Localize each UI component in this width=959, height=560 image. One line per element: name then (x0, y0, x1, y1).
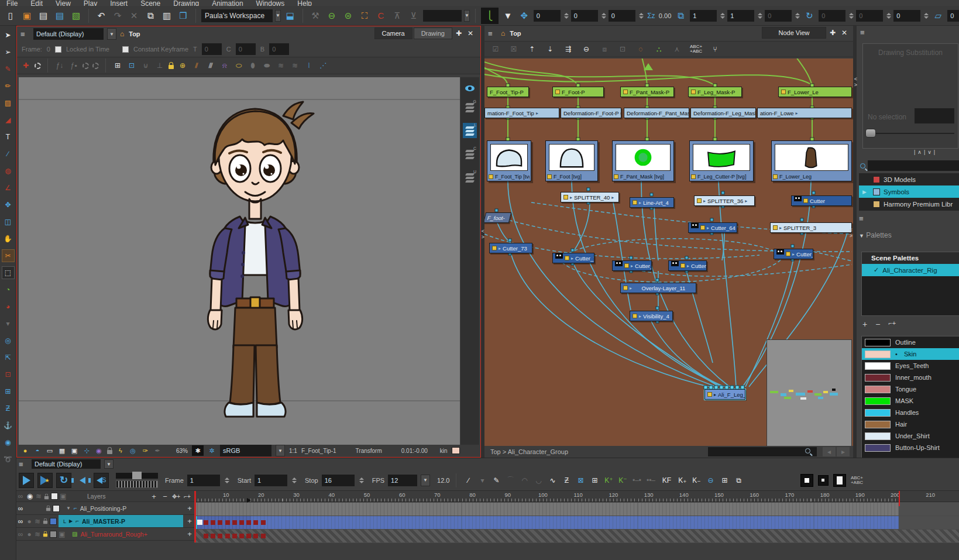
expand-arrow-icon[interactable]: ▶ (69, 518, 73, 524)
fx-down-icon[interactable]: ƒ↓ (54, 60, 65, 71)
keyframe-marker[interactable] (218, 520, 222, 525)
paint-tool-icon[interactable]: ◍ (2, 165, 14, 177)
drawing-node[interactable]: F_Foot_Tip [tvg] (487, 140, 531, 181)
add-slider-a-icon[interactable]: ⊻ (407, 9, 421, 23)
cutter-node[interactable]: ▸Cutter_70 (612, 260, 652, 271)
arc-in-icon[interactable]: ⌒ (505, 475, 515, 486)
arc-mid-icon[interactable]: ◠ (519, 475, 530, 486)
fps-dropdown-arrow[interactable]: ▼ (421, 475, 430, 486)
node-search-input[interactable] (708, 447, 817, 456)
menu-view[interactable]: View (49, 0, 77, 6)
spline-tool-icon[interactable]: ➰ (2, 454, 14, 465)
grid-toggle-icon[interactable]: ▦ (58, 446, 66, 455)
stop-motion-segment-icon[interactable]: ••– (645, 475, 656, 486)
cutter-node[interactable]: ▸Cutter_65 (774, 249, 813, 259)
light-table-icon[interactable]: ⍾ (219, 60, 230, 71)
constant-keyframe-checkbox[interactable] (122, 46, 129, 53)
node-add-view-icon[interactable]: ✚ (827, 28, 838, 38)
pivot-move-icon[interactable]: ✥ (517, 9, 531, 23)
deformation-group-node[interactable]: ation-F_Lowe▸ (757, 108, 852, 118)
cut-icon[interactable]: ✕ (127, 9, 141, 23)
pos-x-field[interactable]: 0 (534, 10, 561, 22)
splitter-node[interactable]: ▸SPLITTER_3 (770, 222, 852, 233)
film-export-icon[interactable]: ⧉ (733, 475, 744, 486)
library-menu-icon[interactable]: ≡ (860, 28, 869, 37)
s-curve-icon[interactable]: ∿ (547, 475, 558, 486)
color-row[interactable]: MASK (862, 395, 959, 407)
eye-toggle-icon[interactable]: ◉ (26, 491, 33, 501)
layer-eye-icon[interactable]: ∞ (16, 529, 25, 540)
flatten-z-icon[interactable]: Ƶ (561, 475, 572, 486)
track-roughs[interactable] (194, 530, 959, 542)
keyframe-marker[interactable] (232, 534, 237, 538)
layer-row[interactable]: ∞ ▼⌐Ali_Positioning-P + (16, 502, 194, 515)
group-nodes-icon[interactable]: ⛬ (654, 44, 664, 54)
pos-y-spinner[interactable] (601, 13, 606, 19)
ghost-pen-icon[interactable]: ✒ (153, 446, 161, 455)
z-order-tool-icon[interactable]: Ƶ (2, 403, 14, 414)
palettes-collapse-icon[interactable]: ▼ (859, 233, 864, 239)
color-row[interactable]: Inner_mouth (862, 372, 959, 383)
tool-presets-icon[interactable]: ⚒ (308, 9, 322, 23)
display-dropdown-arrow[interactable]: ▼ (107, 28, 116, 40)
remove-layer-button[interactable]: − (160, 492, 170, 501)
rot-c-field[interactable]: 0 (893, 10, 920, 22)
add-slider-icon[interactable]: ⊼ (390, 9, 404, 23)
marquee-select-tool-icon[interactable]: ⬚ (2, 267, 14, 279)
keyframe-marker[interactable] (253, 534, 258, 538)
pair-nodes-icon[interactable]: ⧈ (599, 44, 610, 54)
add-peg-button[interactable]: ✥+ (171, 493, 181, 500)
tool-dropdown-arrow[interactable]: ▼ (464, 10, 470, 22)
stack-icon[interactable]: ≋ (34, 516, 41, 527)
drawing-node[interactable]: F_Foot [tvg] (545, 140, 598, 181)
splitter-node[interactable]: ▸SPLITTER_36▸ (694, 195, 755, 206)
t-field[interactable]: 0 (202, 43, 222, 55)
header-swatch[interactable] (51, 493, 58, 500)
layer-swatch[interactable] (53, 505, 60, 512)
cutter-node[interactable]: ▸Cutter_69 (668, 260, 707, 271)
opengl-layer-button[interactable]: G (463, 99, 477, 115)
undo-icon[interactable]: ↶ (94, 9, 108, 23)
node-menu-icon[interactable]: ≡ (488, 29, 497, 38)
display-dropdown[interactable]: Default (Display) (33, 28, 104, 40)
keyframe-marker[interactable] (246, 520, 251, 525)
visibility-node[interactable]: ▸Visibility_4 (630, 311, 673, 321)
line-tool-icon[interactable]: ∕ (2, 148, 14, 160)
tab-drawing[interactable]: Drawing (414, 28, 452, 39)
node-path[interactable]: Top (510, 30, 521, 37)
spread-nodes-icon[interactable]: ⇶ (563, 44, 573, 54)
timeline-abc-icon[interactable]: ABC++ABC (851, 476, 863, 485)
scale-y-spinner[interactable] (758, 13, 762, 19)
library-item-harmony-premium[interactable]: Harmony Premium Libr (859, 198, 959, 210)
stack-icon[interactable]: ≋ (35, 491, 42, 501)
solo-mode-toggle[interactable] (800, 474, 813, 487)
rename-abc-icon[interactable]: ABC++ABC (690, 44, 702, 54)
locked-in-time-checkbox[interactable] (55, 46, 61, 53)
pen-curve-icon[interactable]: ✎ (491, 475, 501, 486)
node-close-view-icon[interactable]: ✕ (839, 28, 850, 38)
grid-icon[interactable]: ⊞ (112, 60, 123, 71)
layer-add-icon[interactable]: + (185, 517, 194, 525)
fx-icon[interactable]: ƒ▪ (68, 60, 79, 71)
b-field[interactable]: 0 (269, 43, 289, 55)
curve-points-icon[interactable]: ⋰ (318, 60, 328, 71)
menu-windows[interactable]: Windows (250, 0, 291, 6)
camera-path[interactable]: Top (129, 30, 140, 37)
text-tool-icon[interactable]: T (2, 131, 14, 143)
current-frame-field[interactable]: 1 (187, 475, 220, 486)
color-row[interactable]: Under_Shirt (862, 430, 959, 442)
save-all-icon[interactable]: ▤ (53, 9, 67, 23)
status-lock-icon[interactable] (107, 450, 112, 454)
cutter-node[interactable]: Cutter (791, 195, 852, 206)
rot-a-field[interactable]: 0 (819, 10, 845, 22)
fps-field[interactable]: 12 (388, 475, 417, 486)
settings-gear-icon[interactable] (35, 63, 41, 69)
loop-button[interactable]: ↻ (56, 473, 71, 488)
reposition-all-tool-icon[interactable]: ✥ (2, 199, 14, 211)
keyframe-marker[interactable] (246, 534, 251, 538)
workspace-dropdown-arrow[interactable]: ▼ (275, 10, 281, 22)
drawing-node[interactable]: F_Pant_Mask [tvg] (612, 140, 674, 181)
perspective-tool-icon[interactable]: ◫ (2, 216, 14, 228)
exposure-grid-icon[interactable]: ⊞ (719, 475, 730, 486)
layer-stack2-icon[interactable]: ≋ (290, 60, 300, 71)
